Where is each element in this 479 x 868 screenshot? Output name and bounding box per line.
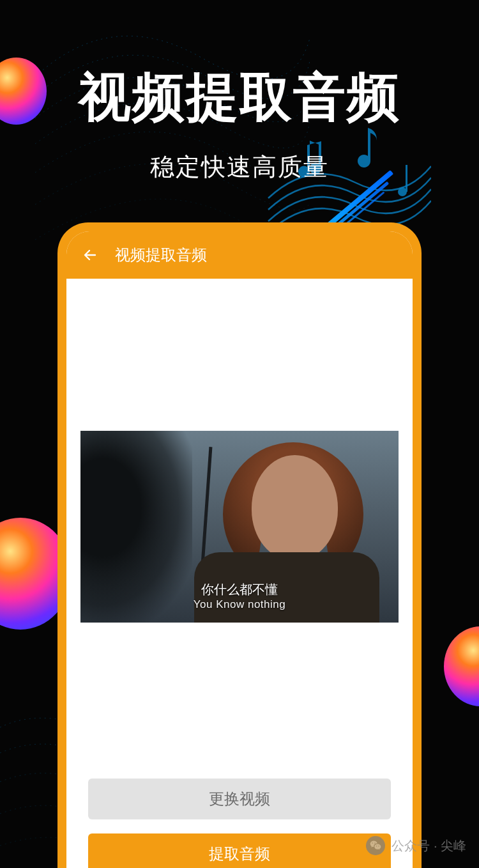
hero-subtitle: 稳定快速高质量 (0, 151, 479, 183)
subtitle-cn: 你什么都不懂 (80, 582, 399, 598)
hero-section: 视频提取音频 稳定快速高质量 (0, 63, 479, 183)
app-bar: 视频提取音频 (66, 231, 413, 279)
gradient-orb-decoration (444, 626, 479, 706)
change-video-button[interactable]: 更换视频 (88, 779, 391, 819)
svg-point-0 (398, 187, 407, 196)
extract-audio-button[interactable]: 提取音频 (88, 833, 391, 868)
video-preview[interactable]: 你什么都不懂 You Know nothing (80, 431, 399, 623)
back-icon[interactable] (82, 247, 98, 263)
watermark: 公众号 · 尖峰 (366, 836, 466, 855)
appbar-title: 视频提取音频 (115, 245, 207, 265)
watermark-label: 公众号 · 尖峰 (392, 837, 466, 855)
subtitle-en: You Know nothing (80, 598, 399, 611)
screen-content: 你什么都不懂 You Know nothing 更换视频 提取音频 (66, 279, 413, 868)
phone-screen: 视频提取音频 你什么都不懂 You Know nothing 更换视频 提取音频 (66, 231, 413, 868)
wechat-icon (366, 836, 385, 855)
action-buttons: 更换视频 提取音频 (66, 779, 413, 868)
video-subtitles: 你什么都不懂 You Know nothing (80, 582, 399, 611)
hero-title: 视频提取音频 (0, 63, 479, 133)
phone-frame: 视频提取音频 你什么都不懂 You Know nothing 更换视频 提取音频 (57, 222, 422, 868)
